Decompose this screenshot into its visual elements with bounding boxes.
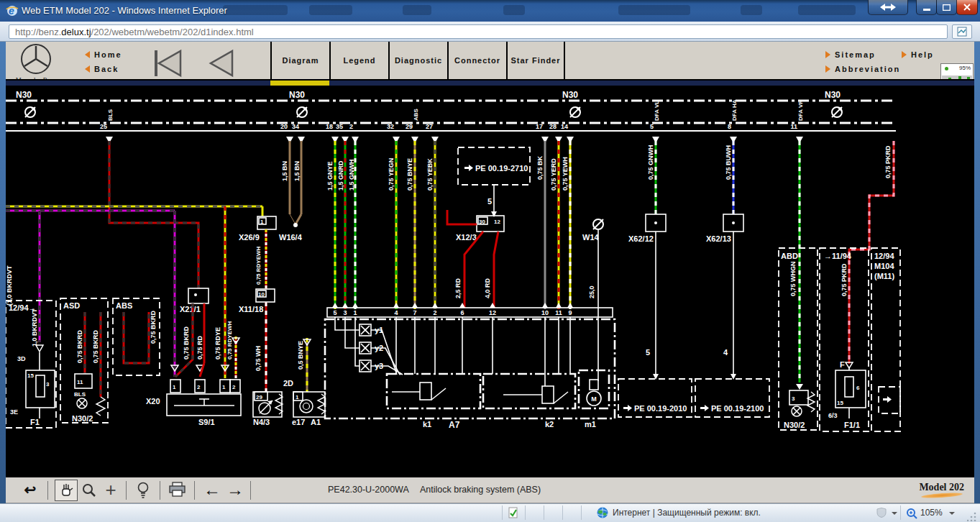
svg-text:W14: W14 bbox=[582, 233, 600, 242]
component-12-94-left: 12/94→ 1,0 BKRDVT 15 3 3D 3E F1 bbox=[6, 301, 56, 428]
mercedes-star-icon bbox=[10, 43, 62, 75]
svg-text:1,5 GNWH: 1,5 GNWH bbox=[348, 159, 355, 191]
svg-text:2: 2 bbox=[433, 309, 436, 316]
wire-gnwh: 1,5 GNWH bbox=[348, 141, 355, 309]
window-title: Web ETM Model 202 - Windows Internet Exp… bbox=[22, 5, 227, 16]
wire-yebk: 0,75 YEBK bbox=[426, 141, 435, 309]
svg-text:4,0 RD: 4,0 RD bbox=[484, 278, 491, 298]
url-prefix: http://benz. bbox=[15, 27, 61, 37]
svg-text:0,75 BUWH: 0,75 BUWH bbox=[725, 145, 732, 180]
ie-logo-icon: e bbox=[6, 4, 19, 17]
next-diagram-button[interactable]: → bbox=[224, 478, 246, 501]
document-title: Antilock braking system (ABS) bbox=[420, 485, 541, 495]
svg-text:0,75 BK: 0,75 BK bbox=[536, 155, 544, 180]
svg-text:1: 1 bbox=[173, 384, 176, 390]
zoom-level-value[interactable]: 105% bbox=[920, 508, 943, 518]
sitemap-arrow-icon bbox=[825, 51, 830, 58]
printer-icon bbox=[168, 481, 187, 498]
address-input[interactable]: http://benz.delux.tj/202/webetm/webetm/2… bbox=[9, 24, 948, 39]
svg-text:X26/9: X26/9 bbox=[239, 233, 260, 242]
previous-diagram-button[interactable]: ← bbox=[201, 478, 223, 501]
svg-text:5: 5 bbox=[650, 123, 654, 130]
svg-text:3D: 3D bbox=[17, 355, 26, 362]
title-bar[interactable]: e Web ETM Model 202 - Windows Internet E… bbox=[0, 0, 980, 22]
svg-text:ABS: ABS bbox=[413, 108, 419, 121]
wire-gnwh-x62-12: 0,75 GNWH bbox=[647, 141, 656, 214]
minimize-button[interactable] bbox=[916, 0, 937, 15]
back-label: Back bbox=[94, 65, 119, 73]
first-page-button[interactable] bbox=[156, 50, 180, 76]
terminal-symbol bbox=[832, 107, 842, 117]
protected-mode-icon[interactable] bbox=[876, 508, 887, 521]
svg-text:m1: m1 bbox=[585, 420, 596, 429]
back-link[interactable]: Back bbox=[85, 65, 119, 73]
wire-yellow-bus bbox=[6, 206, 262, 378]
pan-tool-button[interactable] bbox=[55, 480, 78, 501]
protected-mode-caret[interactable] bbox=[892, 512, 897, 515]
zoom-tool-button[interactable] bbox=[79, 480, 99, 500]
svg-text:BLS: BLS bbox=[74, 391, 86, 398]
close-icon bbox=[963, 4, 971, 11]
abbreviation-arrow-icon bbox=[825, 65, 830, 73]
svg-text:S9/1: S9/1 bbox=[198, 418, 215, 426]
back-arrow-icon bbox=[85, 65, 90, 73]
tab-star-finder[interactable]: Star Finder bbox=[506, 42, 565, 79]
help-link[interactable]: Help bbox=[902, 50, 934, 59]
svg-text:30: 30 bbox=[479, 219, 485, 225]
mercedes-logo[interactable]: Mercedes-Benz bbox=[10, 43, 62, 83]
svg-text:0,75 RDYEWH: 0,75 RDYEWH bbox=[226, 321, 233, 360]
svg-text:7: 7 bbox=[413, 309, 416, 316]
svg-text:0,75 BKRD: 0,75 BKRD bbox=[150, 310, 157, 344]
wire-yegn: 0,75 YEGN bbox=[388, 141, 396, 309]
tab-legend[interactable]: Legend bbox=[329, 42, 388, 79]
tab-underline-strip bbox=[6, 79, 974, 86]
svg-text:e17: e17 bbox=[292, 418, 305, 426]
quick-tabs-button[interactable] bbox=[868, 0, 908, 15]
pointer-icon bbox=[883, 396, 892, 403]
print-button[interactable] bbox=[165, 479, 190, 500]
tab-diagnostic[interactable]: Diagnostic bbox=[388, 42, 447, 79]
titlebar-reflection bbox=[741, 5, 762, 15]
component-12-94-right: 12/94 M104 (M11) bbox=[871, 248, 900, 431]
svg-text:PE 00.19-2100: PE 00.19-2100 bbox=[711, 404, 764, 413]
sitemap-label: Sitemap bbox=[835, 50, 876, 59]
diagram-canvas[interactable]: N30 N30 N30 N30 25 20 34 18 35 2 bbox=[6, 86, 974, 476]
abbreviation-link[interactable]: Abbreviation bbox=[825, 65, 900, 73]
previous-page-button[interactable] bbox=[211, 51, 232, 75]
wiring-diagram[interactable]: N30 N30 N30 N30 25 20 34 18 35 2 bbox=[6, 86, 974, 476]
toolbar-separator bbox=[250, 481, 251, 500]
svg-text:0,5 BNYE: 0,5 BNYE bbox=[297, 341, 304, 370]
svg-text:0,75 RD: 0,75 RD bbox=[196, 335, 203, 360]
terminal-symbol bbox=[25, 107, 35, 117]
svg-text:BLS: BLS bbox=[107, 109, 114, 121]
tap-connectors bbox=[106, 137, 803, 143]
zoom-in-button[interactable]: + bbox=[101, 477, 121, 502]
sitemap-link[interactable]: Sitemap bbox=[825, 50, 876, 59]
tab-diagram[interactable]: Diagram bbox=[270, 42, 329, 79]
close-button[interactable] bbox=[956, 0, 978, 15]
reset-view-button[interactable]: ↩ bbox=[19, 479, 42, 500]
svg-text:X12/3: X12/3 bbox=[456, 233, 477, 242]
wire-yewh: 0,75 YEWH bbox=[562, 141, 570, 309]
svg-text:1,5 GNYE: 1,5 GNYE bbox=[326, 161, 334, 191]
resize-grip[interactable] bbox=[967, 511, 977, 521]
help-arrow-icon bbox=[902, 51, 907, 58]
status-dot bbox=[945, 67, 948, 70]
zoom-level-caret[interactable] bbox=[949, 512, 955, 515]
component-x26-9-chain: 1 X26/9 W16/4 0,75 RDYEWH 10 X11/18 0,75… bbox=[239, 216, 303, 392]
reset-icon: ↩ bbox=[24, 481, 37, 498]
svg-text:25: 25 bbox=[100, 123, 107, 130]
maximize-button[interactable] bbox=[936, 0, 957, 15]
compatibility-view-button[interactable] bbox=[952, 24, 972, 39]
svg-text:X11/18: X11/18 bbox=[239, 305, 263, 313]
svg-text:3: 3 bbox=[792, 395, 795, 402]
highlight-button[interactable] bbox=[132, 480, 154, 501]
svg-text:1: 1 bbox=[353, 309, 357, 316]
maximize-icon bbox=[943, 4, 951, 11]
svg-text:3: 3 bbox=[46, 381, 50, 388]
svg-text:4: 4 bbox=[723, 348, 728, 357]
svg-text:32: 32 bbox=[387, 123, 394, 130]
wire-gnrd: 1,5 GNRD bbox=[337, 141, 345, 309]
tab-connector[interactable]: Connector bbox=[447, 42, 506, 79]
home-link[interactable]: Home bbox=[85, 50, 122, 59]
